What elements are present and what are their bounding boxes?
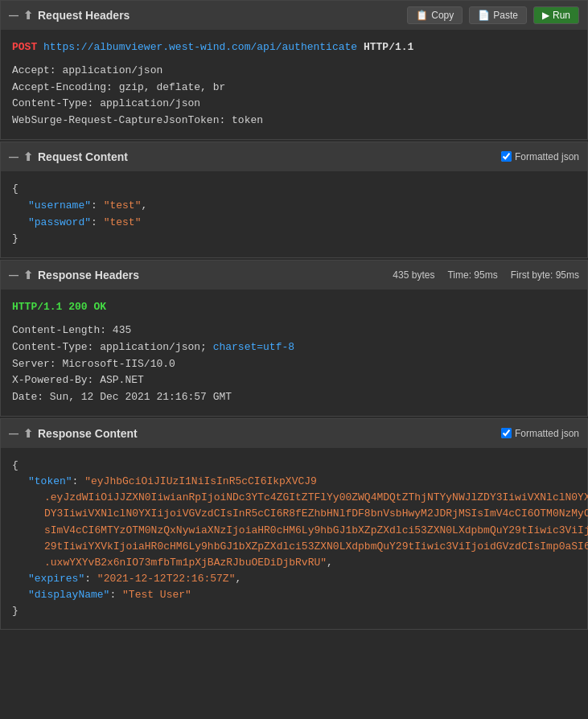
request-headers-title-area: — ⬆ Request Headers — [9, 9, 130, 22]
run-label: Run — [553, 10, 570, 21]
request-url: https://albumviewer.west-wind.com/api/au… — [43, 41, 357, 53]
request-content-options: Formatted json — [501, 151, 579, 162]
first-byte-stat: First byte: 95ms — [511, 269, 579, 281]
header-line-encoding: Accept-Encoding: gzip, deflate, br — [12, 80, 576, 97]
resp-header-x-powered-by: X-Powered-By: ASP.NET — [12, 372, 576, 389]
request-content-header: — ⬆ Request Content Formatted json — [1, 142, 587, 171]
header-line-websurge: WebSurge-Request-CaptureJsonToken: token — [12, 113, 576, 129]
request-headers-header: — ⬆ Request Headers 📋 Copy 📄 Paste ▶ Run — [1, 1, 587, 30]
response-headers-title-area: — ⬆ Response Headers — [9, 269, 139, 281]
paste-label: Paste — [493, 10, 518, 21]
resp-headers-upload-icon: ⬆ — [23, 269, 33, 281]
response-status-line: HTTP/1.1 200 OK — [12, 299, 576, 316]
resp-formatted-json-text: Formatted json — [515, 428, 579, 439]
response-content-body: { "token": "eyJhbGciOiJIUzI1NiIsInR5cCI6… — [1, 448, 587, 629]
formatted-json-text: Formatted json — [515, 151, 579, 162]
resp-formatted-json-label[interactable]: Formatted json — [501, 428, 579, 439]
request-line: POST https://albumviewer.west-wind.com/a… — [12, 39, 576, 56]
request-headers-panel: — ⬆ Request Headers 📋 Copy 📄 Paste ▶ Run… — [0, 0, 588, 140]
resp-content-upload-icon: ⬆ — [23, 427, 33, 440]
response-headers-stats: 435 bytes Time: 95ms First byte: 95ms — [393, 269, 579, 281]
run-icon: ▶ — [542, 10, 549, 21]
collapse-icon[interactable]: — — [9, 10, 19, 21]
response-content-title-area: — ⬆ Response Content — [9, 427, 138, 440]
request-headers-title: Request Headers — [38, 9, 130, 22]
response-headers-title: Response Headers — [38, 269, 139, 281]
request-content-body: { "username": "test", "password": "test"… — [1, 171, 587, 257]
req-content-upload-icon: ⬆ — [23, 150, 33, 163]
response-headers-panel: — ⬆ Response Headers 435 bytes Time: 95m… — [0, 260, 588, 417]
request-headers-content: POST https://albumviewer.west-wind.com/a… — [1, 30, 587, 139]
resp-header-content-length: Content-Length: 435 — [12, 323, 576, 339]
paste-button[interactable]: 📄 Paste — [469, 6, 527, 24]
http-method: POST — [12, 41, 37, 53]
header-line-content-type: Content-Type: application/json — [12, 96, 576, 113]
copy-label: Copy — [431, 10, 454, 21]
headers-list: Accept: application/json Accept-Encoding… — [12, 63, 576, 129]
resp-headers-collapse-icon[interactable]: — — [9, 269, 19, 281]
response-headers-list: Content-Length: 435 Content-Type: applic… — [12, 323, 576, 406]
response-content-header: — ⬆ Response Content Formatted json — [1, 419, 587, 448]
request-content-panel: — ⬆ Request Content Formatted json { "us… — [0, 142, 588, 258]
resp-formatted-json-checkbox[interactable] — [501, 428, 512, 438]
paste-icon: 📄 — [478, 10, 490, 21]
resp-content-collapse-icon[interactable]: — — [9, 428, 19, 439]
copy-icon: 📋 — [416, 10, 428, 21]
time-stat: Time: 95ms — [447, 269, 497, 281]
response-content-title: Response Content — [38, 427, 138, 440]
header-line-accept: Accept: application/json — [12, 63, 576, 80]
resp-header-content-type: Content-Type: application/json; charset=… — [12, 339, 576, 356]
bytes-stat: 435 bytes — [393, 269, 434, 281]
http-status: HTTP/1.1 200 OK — [12, 301, 106, 313]
req-content-collapse-icon[interactable]: — — [9, 151, 19, 162]
resp-header-server: Server: Microsoft-IIS/10.0 — [12, 356, 576, 373]
request-content-title-area: — ⬆ Request Content — [9, 150, 128, 163]
response-headers-content: HTTP/1.1 200 OK Content-Length: 435 Cont… — [1, 290, 587, 416]
http-version: HTTP/1.1 — [364, 41, 413, 53]
upload-icon: ⬆ — [23, 9, 33, 22]
run-button[interactable]: ▶ Run — [533, 6, 579, 24]
response-content-options: Formatted json — [501, 428, 579, 439]
request-headers-buttons: 📋 Copy 📄 Paste ▶ Run — [407, 6, 579, 24]
response-content-panel: — ⬆ Response Content Formatted json { "t… — [0, 418, 588, 630]
request-content-title: Request Content — [38, 150, 128, 163]
response-headers-header: — ⬆ Response Headers 435 bytes Time: 95m… — [1, 261, 587, 290]
copy-button[interactable]: 📋 Copy — [407, 6, 463, 24]
resp-header-date: Date: Sun, 12 Dec 2021 21:16:57 GMT — [12, 389, 576, 406]
formatted-json-label[interactable]: Formatted json — [501, 151, 579, 162]
formatted-json-checkbox[interactable] — [501, 151, 512, 162]
